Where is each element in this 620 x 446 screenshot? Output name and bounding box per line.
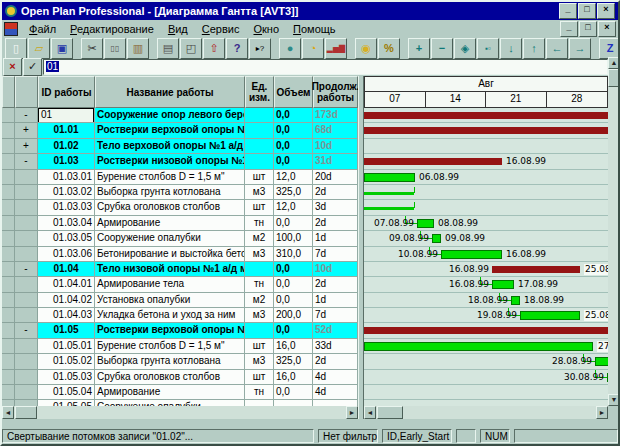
- task-bar[interactable]: [364, 342, 593, 351]
- copy-button[interactable]: ▯▯: [104, 38, 126, 59]
- task-id-cell[interactable]: 01.04.02: [38, 293, 95, 308]
- restore-button[interactable]: □: [578, 3, 596, 19]
- task-volume-cell[interactable]: 0,0: [274, 108, 313, 123]
- header-4[interactable]: Ед. изм.: [245, 76, 274, 108]
- table-row[interactable]: 01.04.01Армирование телатн0,02d: [2, 277, 358, 292]
- header-5[interactable]: Объем: [274, 76, 313, 108]
- move-left-button[interactable]: ←: [546, 38, 568, 59]
- task-id-cell[interactable]: 01.05.03: [38, 370, 95, 385]
- header-3[interactable]: Название работы: [95, 76, 245, 108]
- task-name-cell[interactable]: Ростверки верховой опоры №2 а/д: [95, 323, 245, 338]
- task-volume-cell[interactable]: 0,0: [274, 123, 313, 138]
- help-button[interactable]: ?: [226, 38, 248, 59]
- context-help-button[interactable]: ▸?: [249, 38, 271, 59]
- task-bar[interactable]: [417, 219, 434, 228]
- task-duration-cell[interactable]: 10d: [313, 139, 358, 154]
- vertical-scroll-thumb[interactable]: [608, 69, 620, 87]
- task-name-cell[interactable]: Выборка грунта котлована: [95, 185, 245, 200]
- task-duration-cell[interactable]: 2d: [313, 216, 358, 231]
- task-unit-cell[interactable]: шт: [245, 200, 274, 215]
- table-row[interactable]: 01.03.01Бурение столбов D = 1,5 м"шт12,0…: [2, 170, 358, 185]
- table-row[interactable]: 01.04.02Установка опалубким20,01d: [2, 293, 358, 308]
- table-scroll-right-icon[interactable]: ►: [346, 406, 358, 419]
- table-row[interactable]: 01.03.03Срубка оголовков столбовшт12,03d: [2, 200, 358, 215]
- table-scroll-thumb[interactable]: [15, 406, 37, 419]
- expander-minus[interactable]: -: [15, 262, 38, 277]
- task-unit-cell[interactable]: [245, 154, 274, 169]
- task-unit-cell[interactable]: [245, 139, 274, 154]
- task-volume-cell[interactable]: 0,0: [274, 385, 313, 400]
- row-marker-cell[interactable]: [2, 308, 15, 323]
- print-preview-button[interactable]: ◰: [180, 38, 202, 59]
- task-duration-cell[interactable]: 4d: [313, 370, 358, 385]
- task-id-cell[interactable]: 01.04.01: [38, 277, 95, 292]
- time-analysis-clock-button[interactable]: ◔: [302, 38, 324, 59]
- task-unit-cell[interactable]: шт: [245, 339, 274, 354]
- table-row[interactable]: 01.05.02Выборка грунта котлованам3325,02…: [2, 354, 358, 369]
- child-close-button[interactable]: ×: [598, 21, 616, 37]
- task-id-cell[interactable]: 01.05.01: [38, 339, 95, 354]
- row-marker-cell[interactable]: [2, 185, 15, 200]
- summary-bar[interactable]: [364, 112, 608, 119]
- thin-bar[interactable]: [364, 207, 414, 210]
- task-bar[interactable]: [432, 234, 441, 243]
- task-unit-cell[interactable]: тн: [245, 385, 274, 400]
- table-row[interactable]: -01.04Тело низовой опоры №1 а/д моста0,0…: [2, 262, 358, 277]
- menu-Помощь[interactable]: Помощь: [286, 22, 343, 36]
- task-duration-cell[interactable]: 173d: [313, 108, 358, 123]
- table-horizontal-scrollbar[interactable]: ◄ ►: [2, 406, 358, 419]
- link-bars-button[interactable]: ▪▫: [477, 38, 499, 59]
- expander-plus[interactable]: +: [15, 139, 38, 154]
- row-marker-cell[interactable]: [2, 293, 15, 308]
- task-name-cell[interactable]: Армирование: [95, 385, 245, 400]
- task-duration-cell[interactable]: 33d: [313, 339, 358, 354]
- task-unit-cell[interactable]: [245, 108, 274, 123]
- row-marker-cell[interactable]: [2, 154, 15, 169]
- task-name-cell[interactable]: Срубка оголовков столбов: [95, 370, 245, 385]
- task-id-cell[interactable]: 01.04.03: [38, 308, 95, 323]
- task-unit-cell[interactable]: м2: [245, 293, 274, 308]
- timescale-month-label[interactable]: Авг: [364, 76, 608, 92]
- task-volume-cell[interactable]: 16,0: [274, 339, 313, 354]
- task-name-cell[interactable]: Ростверки верховой опоры №1 а/д: [95, 123, 245, 138]
- table-row[interactable]: 01.04.03Укладка бетона и уход за нимм320…: [2, 308, 358, 323]
- task-volume-cell[interactable]: 0,0: [274, 293, 313, 308]
- task-unit-cell[interactable]: м3: [245, 185, 274, 200]
- task-bar[interactable]: [511, 296, 520, 305]
- child-restore-button[interactable]: □: [579, 21, 597, 37]
- task-name-cell[interactable]: Бурение столбов D = 1,5 м": [95, 170, 245, 185]
- vertical-scrollbar[interactable]: ▲ ▼: [608, 57, 620, 406]
- paste-button[interactable]: ▥: [127, 38, 149, 59]
- summary-bar[interactable]: [492, 266, 580, 273]
- task-bar[interactable]: [492, 280, 514, 289]
- child-minimize-button[interactable]: _: [560, 21, 578, 37]
- cut-button[interactable]: ✂: [81, 38, 103, 59]
- task-duration-cell[interactable]: 3d: [313, 200, 358, 215]
- task-unit-cell[interactable]: шт: [245, 370, 274, 385]
- row-marker-cell[interactable]: [2, 354, 15, 369]
- task-id-cell[interactable]: 01.03.03: [38, 200, 95, 215]
- task-id-cell[interactable]: 01.04: [38, 262, 95, 277]
- task-volume-cell[interactable]: 16,0: [274, 370, 313, 385]
- task-id-cell[interactable]: 01.01: [38, 123, 95, 138]
- task-bar[interactable]: [595, 357, 608, 366]
- row-marker-cell[interactable]: [2, 247, 15, 262]
- task-duration-cell[interactable]: 7d: [313, 247, 358, 262]
- row-marker-cell[interactable]: [2, 200, 15, 215]
- expander-plus[interactable]: +: [15, 123, 38, 138]
- task-name-cell[interactable]: Армирование: [95, 216, 245, 231]
- task-duration-cell[interactable]: 10d: [313, 262, 358, 277]
- timescale-week-row[interactable]: 07142128: [364, 92, 608, 108]
- row-marker-cell[interactable]: [2, 139, 15, 154]
- new-button[interactable]: ▯: [5, 38, 27, 59]
- task-volume-cell[interactable]: 0,0: [274, 216, 313, 231]
- table-row[interactable]: 01.05.01Бурение столбов D = 1,5 м"шт16,0…: [2, 339, 358, 354]
- menu-Окно[interactable]: Окно: [246, 22, 286, 36]
- task-id-cell[interactable]: 01.05.04: [38, 385, 95, 400]
- task-id-cell[interactable]: 01.03.05: [38, 231, 95, 246]
- move-down-button[interactable]: ↓: [500, 38, 522, 59]
- task-duration-cell[interactable]: 7d: [313, 308, 358, 323]
- row-marker-cell[interactable]: [2, 216, 15, 231]
- row-marker-cell[interactable]: [2, 262, 15, 277]
- row-marker-cell[interactable]: [2, 339, 15, 354]
